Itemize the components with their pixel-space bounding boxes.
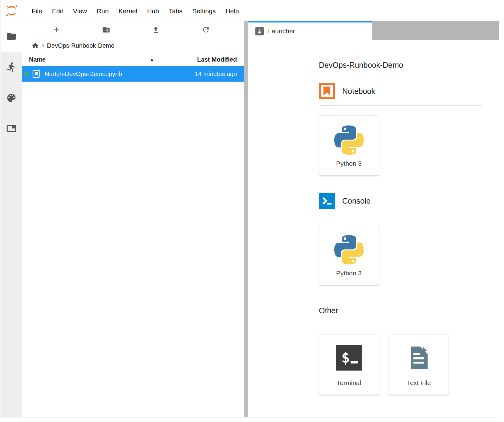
menu-bar: File Edit View Run Kernel Hub Tabs Setti…	[1, 1, 499, 21]
menu-file[interactable]: File	[27, 7, 47, 15]
sidebar-item-files[interactable]	[1, 21, 22, 52]
svg-text:$: $	[341, 349, 350, 366]
card-label: Python 3	[336, 270, 362, 277]
menu-tabs[interactable]: Tabs	[164, 7, 187, 15]
launcher-rocket-icon	[255, 27, 264, 35]
file-row-notebook[interactable]: Nurtch-DevOps-Demo.ipynb 14 minutes ago	[22, 66, 244, 82]
launcher-cwd-title: DevOps-Runbook-Demo	[319, 61, 499, 70]
refresh-icon	[202, 26, 210, 34]
folder-icon	[6, 31, 17, 42]
breadcrumb: › DevOps-Runbook-Demo	[22, 39, 244, 53]
section-label-other: Other	[319, 306, 338, 315]
upload-icon	[152, 26, 160, 34]
card-terminal[interactable]: $ Terminal	[319, 335, 379, 395]
launcher-panel: DevOps-Runbook-Demo Notebook	[248, 42, 499, 417]
jupyter-logo-icon	[5, 4, 19, 18]
section-divider	[319, 215, 482, 215]
section-divider	[319, 105, 482, 106]
terminal-icon: $	[336, 345, 362, 371]
kernel-running-indicator	[24, 72, 28, 76]
card-label: Text File	[407, 379, 431, 387]
upload-button[interactable]	[149, 23, 163, 37]
file-browser-toolbar: +	[22, 21, 244, 39]
main-dock-panel: Launcher DevOps-Runbook-Demo Notebook	[248, 21, 499, 417]
menu-hub[interactable]: Hub	[142, 7, 164, 15]
section-label-notebook: Notebook	[342, 87, 375, 96]
card-notebook-python3[interactable]: Python 3	[319, 115, 379, 176]
dock-tab-bar: Launcher	[248, 21, 499, 40]
section-label-console: Console	[342, 197, 371, 205]
menu-kernel[interactable]: Kernel	[114, 7, 142, 15]
console-icon	[319, 193, 335, 209]
launcher-section-other: Other $ Terminal	[319, 302, 499, 395]
file-list-header: Name ▲ Last Modified	[22, 53, 244, 66]
breadcrumb-separator: ›	[42, 42, 44, 50]
refresh-button[interactable]	[199, 23, 213, 37]
file-modified-time: 14 minutes ago	[195, 71, 244, 78]
breadcrumb-current-folder[interactable]: DevOps-Runbook-Demo	[47, 42, 114, 49]
section-divider	[319, 325, 482, 325]
python-icon	[334, 235, 364, 265]
plus-icon: +	[53, 25, 59, 35]
palette-icon	[6, 92, 17, 103]
tab-launcher[interactable]: Launcher	[248, 21, 372, 40]
tabs-icon	[6, 123, 17, 134]
column-header-name[interactable]: Name ▲	[22, 53, 159, 66]
new-launcher-button[interactable]: +	[49, 23, 63, 37]
file-browser-panel: +	[22, 21, 244, 417]
menu-view[interactable]: View	[68, 7, 92, 15]
new-folder-button[interactable]	[99, 23, 113, 37]
sort-ascending-icon: ▲	[150, 57, 154, 62]
tab-bar-gap	[248, 40, 499, 42]
sidebar-item-commands[interactable]	[1, 83, 22, 113]
card-label: Python 3	[336, 160, 362, 167]
card-label: Terminal	[337, 379, 361, 387]
python-icon	[334, 125, 364, 155]
notebook-file-icon	[32, 70, 40, 78]
jupyterlab-window: File Edit View Run Kernel Hub Tabs Setti…	[1, 1, 499, 417]
menu-help[interactable]: Help	[221, 7, 244, 15]
text-file-icon	[406, 345, 432, 371]
name-column-label: Name	[29, 56, 46, 63]
column-header-last-modified[interactable]: Last Modified	[159, 53, 244, 66]
sidebar-item-running-sessions[interactable]	[1, 52, 22, 83]
launcher-section-notebook: Notebook Python 3	[319, 83, 499, 176]
file-name: Nurtch-DevOps-Demo.ipynb	[45, 71, 122, 78]
menu-settings[interactable]: Settings	[187, 7, 221, 15]
sidebar-item-open-tabs[interactable]	[1, 113, 22, 144]
last-modified-column-label: Last Modified	[197, 56, 237, 63]
panel-splitter[interactable]	[244, 21, 248, 417]
new-folder-icon	[102, 26, 110, 34]
card-text-file[interactable]: Text File	[389, 335, 449, 395]
card-console-python3[interactable]: Python 3	[319, 225, 379, 285]
tab-launcher-label: Launcher	[268, 27, 295, 35]
menu-edit[interactable]: Edit	[47, 7, 68, 15]
menu-run[interactable]: Run	[92, 7, 114, 15]
running-man-icon	[6, 62, 17, 73]
launcher-section-console: Console Python 3	[319, 193, 499, 285]
notebook-icon	[319, 83, 335, 99]
left-sidebar	[1, 21, 22, 417]
home-icon[interactable]	[31, 42, 39, 50]
